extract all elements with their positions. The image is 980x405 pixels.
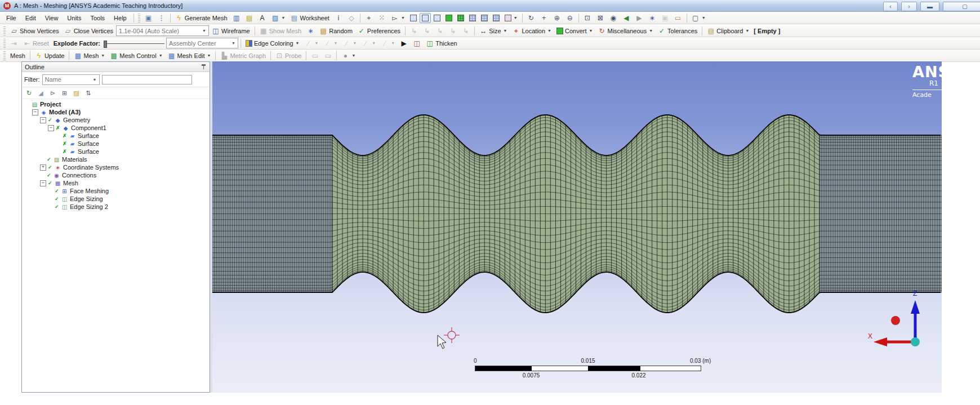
size-dropdown[interactable]: ↔Size▼ xyxy=(477,26,509,36)
preferences-button[interactable]: ✓Preferences xyxy=(355,26,403,36)
zoom-out-button[interactable]: ⊖ xyxy=(564,13,576,23)
zoom-to-fit-button[interactable]: ⊠ xyxy=(594,13,607,23)
direction-button[interactable]: ▶ xyxy=(398,38,410,48)
triad-y-ball[interactable] xyxy=(891,316,900,325)
maximize-button[interactable]: ▢ xyxy=(943,2,980,11)
menu-help[interactable]: Help xyxy=(109,13,131,23)
tree-item-surface[interactable]: ✗▰Surface xyxy=(22,148,210,155)
tree-item-geometry[interactable]: −✓◆Geometry xyxy=(22,116,210,124)
filter-tree-button[interactable]: ⊳ xyxy=(48,89,57,97)
pin-icon[interactable] xyxy=(201,64,207,70)
tree-item-materials[interactable]: ✓▨Materials xyxy=(22,155,210,163)
random-colors-button[interactable]: ▤Random xyxy=(317,26,355,36)
edge-graphics-option-2-button[interactable]: ↳ xyxy=(421,26,433,36)
graphics-button[interactable]: ◢ xyxy=(36,89,46,97)
explode-lock-button[interactable]: ⇥ xyxy=(8,38,20,48)
vertex-select-button[interactable] xyxy=(408,13,419,23)
expand-all-button[interactable]: ⊞ xyxy=(60,89,69,97)
menu-units[interactable]: Units xyxy=(63,13,86,23)
show-mesh-button[interactable]: ▦Show Mesh xyxy=(257,26,304,36)
edge-display-option-2-dropdown[interactable]: ∕▼ xyxy=(321,38,340,48)
rotate-button[interactable]: ↻ xyxy=(525,13,537,23)
pan-button[interactable]: + xyxy=(538,13,550,23)
forward-button[interactable]: › xyxy=(901,2,917,11)
tolerances-button[interactable]: ✓Tolerances xyxy=(656,26,700,36)
viewports-dropdown[interactable]: ▢▼ xyxy=(689,13,708,23)
graphics-viewport[interactable]: ANS R1 Acade 0 0.015 0.03 (m) 0.0075 0.0… xyxy=(212,61,942,393)
outline-search-input[interactable] xyxy=(102,75,192,84)
explode-reference-select[interactable]: Assembly Center▼ xyxy=(166,38,238,48)
edge-display-option-3-dropdown[interactable]: ∕▼ xyxy=(340,38,359,48)
edge-graphics-option-3-button[interactable]: ↳ xyxy=(434,26,446,36)
back-button[interactable]: ‹ xyxy=(883,2,898,11)
edge-joints-button[interactable]: ◫ xyxy=(411,38,423,48)
tree-item-connections[interactable]: ✓◉Connections xyxy=(22,171,210,179)
tag-button[interactable]: ◇ xyxy=(345,13,358,23)
edge-select-button[interactable] xyxy=(420,13,431,23)
edge-graphics-option-4-button[interactable]: ↳ xyxy=(447,26,459,36)
tree-item-edge-sizing[interactable]: ✓◫Edge Sizing xyxy=(22,195,210,203)
tree-item-surface[interactable]: ✗▰Surface xyxy=(22,132,210,140)
tree-item-model-a3[interactable]: −◈Model (A3) xyxy=(22,108,210,116)
vertex-scale-select[interactable]: 1.1e-004 (Auto Scale)▼ xyxy=(116,25,209,36)
tree-item-component1[interactable]: −✗◆Component1 xyxy=(22,124,210,132)
orientation-triad[interactable]: Z X xyxy=(866,286,942,350)
mesh-canvas[interactable] xyxy=(212,61,942,393)
mesh-toolbar-grip[interactable] xyxy=(3,51,6,60)
tree-item-face-meshing[interactable]: ✓⊞Face Meshing xyxy=(22,187,210,195)
wireframe-button[interactable]: ◫Wireframe xyxy=(210,26,252,36)
convert-dropdown[interactable]: Convert▼ xyxy=(554,26,595,36)
menu-tools[interactable]: Tools xyxy=(86,13,109,23)
mesh-context-button[interactable]: Mesh xyxy=(8,51,28,61)
tree-expander[interactable]: + xyxy=(40,164,46,171)
previous-view-button[interactable]: ◀ xyxy=(620,13,632,23)
triad-button[interactable]: ∗ xyxy=(304,26,317,36)
edge-display-option-4-dropdown[interactable]: ∕▼ xyxy=(359,38,378,48)
edge-graphics-option-5-button[interactable]: ↳ xyxy=(460,26,472,36)
main-toolbar-grip[interactable] xyxy=(138,14,140,23)
select-cursor-dropdown[interactable]: ▻▼ xyxy=(389,13,407,23)
refresh-tree-button[interactable]: ↻ xyxy=(24,89,34,97)
worksheet-button[interactable]: ▤Worksheet xyxy=(288,13,332,23)
collapse-environments-button[interactable]: ▨ xyxy=(72,89,81,97)
coordinates-button[interactable]: ⁙ xyxy=(376,13,388,23)
generate-mesh-button[interactable]: ϟGenerate Mesh xyxy=(173,13,230,23)
tree-expander[interactable]: − xyxy=(40,180,46,186)
new-figure-button[interactable]: ▥ xyxy=(230,13,243,23)
menu-view[interactable]: View xyxy=(41,13,63,23)
extend-selection-button[interactable] xyxy=(455,13,466,23)
explode-factor-slider[interactable] xyxy=(103,39,166,48)
update-button[interactable]: ϟUpdate xyxy=(33,51,66,61)
edge-display-option-1-dropdown[interactable]: ∕▼ xyxy=(302,38,321,48)
image-capture-dropdown[interactable]: ▧▼ xyxy=(269,13,288,23)
show-vertices-button[interactable]: ▱Show Vertices xyxy=(8,26,61,36)
minimize-button[interactable]: ▬ xyxy=(920,2,939,11)
zoom-button[interactable]: ⊕ xyxy=(551,13,563,23)
close-vertices-button[interactable]: ▱Close Vertices xyxy=(62,26,115,36)
select-edges-button[interactable] xyxy=(479,13,490,23)
menu-file[interactable]: File xyxy=(2,13,21,23)
select-faces-button[interactable] xyxy=(491,13,502,23)
tree-item-project[interactable]: ▤Project xyxy=(22,100,210,108)
menu-edit[interactable]: Edit xyxy=(21,13,41,23)
edge-graphics-option-1-button[interactable]: ↳ xyxy=(408,26,420,36)
box-zoom-button[interactable]: ⊡ xyxy=(581,13,594,23)
face-select-button[interactable] xyxy=(431,13,443,23)
isometric-view-button[interactable]: ∗ xyxy=(646,13,658,23)
rescale-annotation-button[interactable]: ▭ xyxy=(672,13,684,23)
mesh-dropdown[interactable]: ▩Mesh▼ xyxy=(72,51,107,61)
display-style-dropdown[interactable]: ●▼ xyxy=(339,51,358,61)
manage-views-button[interactable]: ⋮ xyxy=(155,13,168,23)
clipboard-dropdown[interactable]: ▤Clipboard▼ xyxy=(705,26,751,36)
tree-expander[interactable]: − xyxy=(32,109,38,115)
mesh-control-dropdown[interactable]: ▩Mesh Control▼ xyxy=(108,51,164,61)
tree-expander[interactable]: − xyxy=(48,125,54,131)
new-annotation-button[interactable]: A xyxy=(256,13,269,23)
location-dropdown[interactable]: ⌖Location▼ xyxy=(510,26,554,36)
edge-coloring-dropdown[interactable]: Edge Coloring▼ xyxy=(243,38,302,48)
miscellaneous-dropdown[interactable]: ↻Miscellaneous▼ xyxy=(595,26,655,36)
explode-toolbar-grip[interactable] xyxy=(3,39,6,48)
messages-window-button[interactable]: ▣ xyxy=(142,13,155,23)
graphics-toolbar-grip[interactable] xyxy=(3,26,6,35)
select-vertices-button[interactable] xyxy=(467,13,478,23)
